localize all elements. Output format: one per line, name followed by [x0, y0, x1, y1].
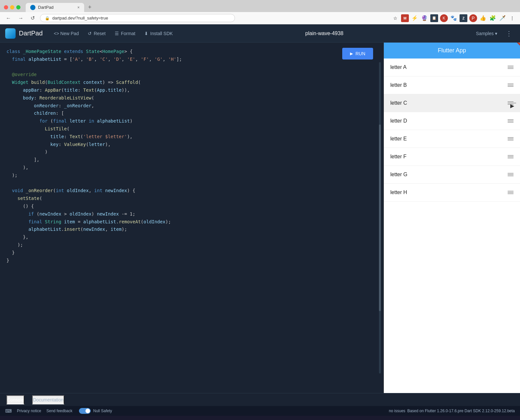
send-feedback-link[interactable]: Send feedback — [46, 409, 72, 413]
active-tab[interactable]: DartPad × — [26, 3, 84, 12]
refresh-button[interactable]: ↺ — [29, 14, 37, 22]
toggle-thumb — [85, 409, 90, 413]
samples-button[interactable]: Samples ▾ — [473, 29, 500, 38]
new-tab-button[interactable]: + — [85, 3, 94, 12]
url-bar[interactable]: 🔒 dartpad.dev/?null_safety=true — [40, 14, 235, 22]
drag-handle-icon[interactable] — [508, 155, 514, 158]
null-safety-toggle[interactable]: Null Safety — [79, 408, 112, 414]
dartpad-logo: DartPad — [5, 28, 43, 39]
drag-handle-icon[interactable]: ▶ — [508, 101, 514, 105]
more-options-button[interactable]: ⋮ — [503, 28, 515, 39]
no-issues-text: no issues — [389, 409, 405, 413]
run-label: RUN — [356, 51, 365, 56]
dartpad-toolbar: DartPad <> New Pad ↺ Reset ☰ Format ⬇ In… — [0, 24, 520, 43]
browser-icons: ☆ M ⚡ 🔮 📋 K 🐾 Z P 👍 🧩 🗡️ ⋮ — [391, 14, 516, 22]
format-icon: ☰ — [115, 31, 119, 36]
list-item-label: letter E — [390, 136, 407, 142]
drag-handle-icon[interactable] — [508, 119, 514, 123]
debug-badge: DEBUG — [511, 43, 520, 47]
bottom-bar: Console Documentation — [0, 393, 520, 406]
sdk-info-text: Based on Flutter 1.26.0-17.6.pre Dart SD… — [407, 409, 515, 413]
new-pad-button[interactable]: <> New Pad — [50, 29, 82, 38]
pad-name: plain-wave-4938 — [305, 31, 343, 36]
tab-favicon — [30, 5, 35, 10]
run-button[interactable]: ▶ RUN — [342, 48, 373, 59]
list-item[interactable]: letter G — [384, 166, 520, 184]
lock-icon: 🔒 — [45, 16, 50, 20]
mail-icon[interactable]: M — [401, 14, 409, 22]
code-editor[interactable]: ▶ RUN class _HomePageState extends State… — [0, 43, 384, 393]
list-item-label: letter H — [390, 190, 407, 195]
ext2-icon[interactable]: 🔮 — [421, 14, 428, 22]
window-controls — [4, 5, 20, 9]
list-item-label: letter A — [390, 64, 407, 70]
ext3-icon[interactable]: 📋 — [430, 14, 438, 22]
format-button[interactable]: ☰ Format — [111, 29, 138, 38]
dartpad-logo-icon — [5, 28, 16, 39]
close-button[interactable] — [4, 5, 8, 9]
ext4-icon[interactable]: K — [440, 14, 448, 22]
new-pad-label: <> New Pad — [54, 31, 79, 36]
bookmark-icon[interactable]: ☆ — [391, 14, 399, 22]
play-icon: ▶ — [350, 51, 353, 56]
minimize-button[interactable] — [10, 5, 14, 9]
drag-handle-icon[interactable] — [508, 191, 514, 194]
reset-icon: ↺ — [88, 31, 92, 36]
list-item-label: letter B — [390, 82, 407, 88]
list-item[interactable]: letter H — [384, 184, 520, 202]
ext10-icon[interactable]: 🗡️ — [499, 14, 506, 22]
ext9-icon[interactable]: 🧩 — [489, 14, 497, 22]
ext8-icon[interactable]: 👍 — [479, 14, 487, 22]
install-sdk-label: Install SDK — [150, 31, 173, 36]
url-text: dartpad.dev/?null_safety=true — [52, 16, 108, 20]
ext7-icon[interactable]: P — [469, 14, 477, 22]
install-icon: ⬇ — [144, 31, 148, 36]
dartpad-logo-text: DartPad — [19, 30, 43, 37]
toggle-track[interactable] — [79, 408, 91, 414]
keyboard-icon: ⌨ — [5, 408, 12, 413]
menu-icon[interactable]: ⋮ — [508, 14, 516, 22]
list-item[interactable]: letter B — [384, 76, 520, 94]
list-item[interactable]: letter E — [384, 130, 520, 148]
drag-handle-icon[interactable] — [508, 84, 514, 87]
dartpad-app: DartPad <> New Pad ↺ Reset ☰ Format ⬇ In… — [0, 24, 520, 416]
drag-handle-icon[interactable] — [508, 137, 514, 140]
list-item[interactable]: letter F — [384, 148, 520, 166]
list-item-label: letter D — [390, 118, 407, 124]
status-bar: ⌨ Privacy notice Send feedback Null Safe… — [0, 406, 520, 416]
address-bar: ← → ↺ 🔒 dartpad.dev/?null_safety=true ☆ … — [0, 12, 520, 24]
null-safety-label: Null Safety — [93, 409, 112, 413]
list-item[interactable]: letter D — [384, 112, 520, 130]
back-button[interactable]: ← — [4, 15, 13, 22]
reset-label: Reset — [94, 31, 106, 36]
drag-handle-icon[interactable] — [508, 173, 514, 176]
scrollbar[interactable] — [379, 62, 381, 374]
list-item[interactable]: letter C ▶ — [384, 94, 520, 112]
list-item-label: letter F — [390, 154, 407, 160]
privacy-notice-link[interactable]: Privacy notice — [17, 409, 41, 413]
scrollbar-thumb[interactable] — [379, 125, 381, 311]
flutter-list: letter A letter B letter C ▶ letter D — [384, 59, 520, 393]
status-right: no issues Based on Flutter 1.26.0-17.6.p… — [389, 409, 515, 413]
samples-label: Samples — [476, 31, 494, 36]
flutter-app-header: Flutter App DEBUG — [384, 43, 520, 59]
reset-button[interactable]: ↺ Reset — [84, 29, 109, 38]
tab-close-button[interactable]: × — [77, 5, 80, 10]
main-content: ▶ RUN class _HomePageState extends State… — [0, 43, 520, 393]
ext5-icon[interactable]: 🐾 — [450, 14, 458, 22]
ext1-icon[interactable]: ⚡ — [411, 14, 419, 22]
list-item[interactable]: letter A — [384, 59, 520, 76]
drag-handle-icon[interactable] — [508, 66, 514, 69]
list-item-label: letter G — [390, 172, 407, 177]
ext6-icon[interactable]: Z — [460, 14, 467, 22]
install-sdk-button[interactable]: ⬇ Install SDK — [141, 29, 176, 38]
forward-button[interactable]: → — [16, 15, 25, 22]
tab-bar: DartPad × + — [0, 0, 520, 12]
tab-title: DartPad — [38, 5, 54, 10]
console-tab[interactable]: Console — [6, 395, 24, 404]
list-item-label: letter C — [390, 100, 407, 106]
flutter-app-title: Flutter App — [438, 47, 466, 54]
maximize-button[interactable] — [16, 5, 20, 9]
flutter-preview: Flutter App DEBUG letter A letter B lett… — [384, 43, 520, 393]
documentation-tab[interactable]: Documentation — [32, 395, 64, 404]
